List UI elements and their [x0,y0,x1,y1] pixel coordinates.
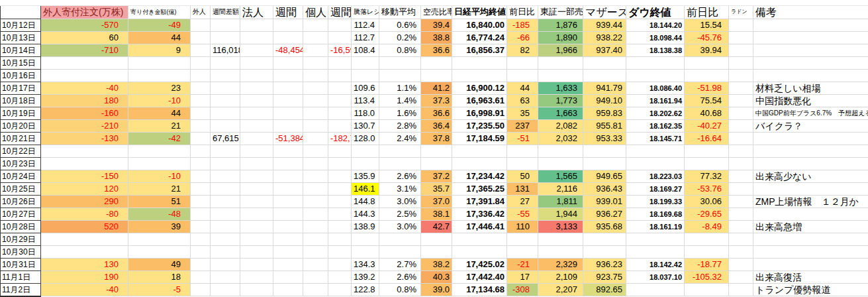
cell-nikkei_chg[interactable] [507,233,538,245]
cell-shukan_sagaku[interactable] [211,283,240,296]
cell-nikkei[interactable]: 17,336.42 [452,208,507,220]
cell-tosho[interactable]: 2,109 [538,270,583,283]
cell-hojin_shukan[interactable] [273,19,303,31]
cell-nikkei_chg[interactable] [507,69,538,82]
cell-hojin_shukan[interactable] [273,157,303,170]
cell-hojin_shukan[interactable] [273,258,303,270]
cell-nikkei[interactable]: 17,134.68 [452,283,507,296]
cell-hojin_shukan[interactable] [273,220,303,233]
cell-kojin[interactable] [303,107,328,119]
cell-radon[interactable] [729,258,753,270]
cell-tosho[interactable]: 1,663 [538,107,583,119]
cell-shukan_sagaku[interactable] [211,233,240,245]
cell-gaijin[interactable] [191,220,211,233]
cell-gaijin_order[interactable] [41,56,128,69]
cell-shukan_sagaku[interactable] [211,31,240,44]
cell-ma[interactable]: 3.0% [379,195,421,208]
header-cell-yoritsuki[interactable]: 寄り付き金額(億) [128,5,191,19]
date-cell[interactable]: 10月20日 [1,119,41,132]
date-cell[interactable]: 10月26日 [1,195,41,208]
cell-kojin_shukan[interactable] [328,208,352,220]
cell-dow[interactable] [626,245,685,258]
cell-kojin[interactable] [303,220,328,233]
cell-toraku[interactable]: 122.8 [352,283,379,296]
cell-hojin[interactable] [240,132,273,145]
cell-mothers[interactable]: 939.44 [583,19,626,31]
cell-radon[interactable] [729,82,753,94]
cell-nikkei[interactable]: 17,446.41 [452,220,507,233]
cell-biko[interactable]: 出来高少ない [753,170,868,182]
cell-nikkei_chg[interactable]: 27 [507,195,538,208]
header-cell-hojin_shukan[interactable]: 週間 [273,5,303,19]
cell-gaijin[interactable] [191,208,211,220]
cell-yoritsuki[interactable] [128,245,191,258]
cell-hojin[interactable] [240,220,273,233]
date-cell[interactable]: 10月22日 [1,145,41,157]
cell-biko[interactable]: バイクラ？ [753,119,868,132]
cell-gaijin[interactable] [191,119,211,132]
cell-karauri[interactable]: 37.0 [421,195,452,208]
cell-gaijin_order[interactable]: 190 [41,270,128,283]
cell-hojin[interactable] [240,182,273,195]
cell-mothers[interactable]: 955.81 [583,119,626,132]
header-cell-nikkei[interactable]: 日経平均終値 [452,5,507,19]
cell-ma[interactable]: 1.6% [379,107,421,119]
cell-radon[interactable] [729,119,753,132]
cell-hojin_shukan[interactable]: -48,454 [273,44,303,56]
cell-nikkei_chg[interactable]: -51 [507,132,538,145]
date-cell[interactable]: 10月14日 [1,44,41,56]
cell-biko[interactable]: ZMP上場情報 １２月か [753,195,868,208]
cell-yoritsuki[interactable]: -42 [128,132,191,145]
cell-hojin_shukan[interactable] [273,208,303,220]
cell-karauri[interactable] [421,56,452,69]
cell-hojin[interactable] [240,233,273,245]
cell-radon[interactable] [729,107,753,119]
cell-gaijin[interactable] [191,31,211,44]
cell-hojin[interactable] [240,31,273,44]
cell-toraku[interactable]: 112.7 [352,31,379,44]
cell-hojin[interactable] [240,82,273,94]
cell-shukan_sagaku[interactable]: 67,615 [211,132,240,145]
cell-nikkei[interactable]: 16,963.61 [452,94,507,107]
cell-nikkei[interactable]: 17,365.25 [452,182,507,195]
cell-mothers[interactable]: 892.65 [583,283,626,296]
header-cell-karauri[interactable]: 空売比率 [421,5,452,19]
cell-nikkei[interactable]: 17,442.40 [452,270,507,283]
cell-dow[interactable]: 18.223.03 [626,170,685,182]
cell-nikkei_chg[interactable]: -66 [507,31,538,44]
cell-kojin_shukan[interactable] [328,258,352,270]
cell-nikkei[interactable]: 17,235.50 [452,119,507,132]
cell-nikkei[interactable]: 16,998.91 [452,107,507,119]
cell-kojin[interactable] [303,245,328,258]
cell-karauri[interactable]: 39.4 [421,19,452,31]
cell-hojin_shukan[interactable] [273,145,303,157]
cell-karauri[interactable]: 36.4 [421,119,452,132]
cell-hojin[interactable] [240,283,273,296]
cell-gaijin[interactable] [191,182,211,195]
cell-nikkei_chg[interactable]: -55 [507,208,538,220]
cell-kojin[interactable] [303,82,328,94]
cell-karauri[interactable]: 36.6 [421,107,452,119]
cell-nikkei_chg[interactable]: -185 [507,19,538,31]
cell-nikkei_chg[interactable]: 237 [507,119,538,132]
cell-mothers[interactable]: 959.83 [583,107,626,119]
cell-tosho[interactable]: 1,565 [538,170,583,182]
cell-gaijin[interactable] [191,94,211,107]
cell-ma[interactable]: 3.0% [379,220,421,233]
cell-toraku[interactable] [352,69,379,82]
cell-tosho[interactable]: 2,082 [538,119,583,132]
cell-ma[interactable]: 1.1% [379,82,421,94]
cell-toraku[interactable]: 113.4 [352,94,379,107]
cell-nikkei_chg[interactable]: 35 [507,107,538,119]
cell-hojin_shukan[interactable] [273,82,303,94]
cell-shukan_sagaku[interactable] [211,182,240,195]
cell-hojin_shukan[interactable] [273,31,303,44]
date-cell[interactable]: 10月31日 [1,258,41,270]
cell-hojin[interactable] [240,245,273,258]
header-cell-kojin[interactable]: 個人 [303,5,328,19]
cell-hojin[interactable] [240,258,273,270]
header-cell-toraku[interactable]: 騰落レシオ [352,5,379,19]
cell-tosho[interactable]: 1,633 [538,82,583,94]
cell-yoritsuki[interactable]: 44 [128,31,191,44]
cell-kojin[interactable] [303,119,328,132]
